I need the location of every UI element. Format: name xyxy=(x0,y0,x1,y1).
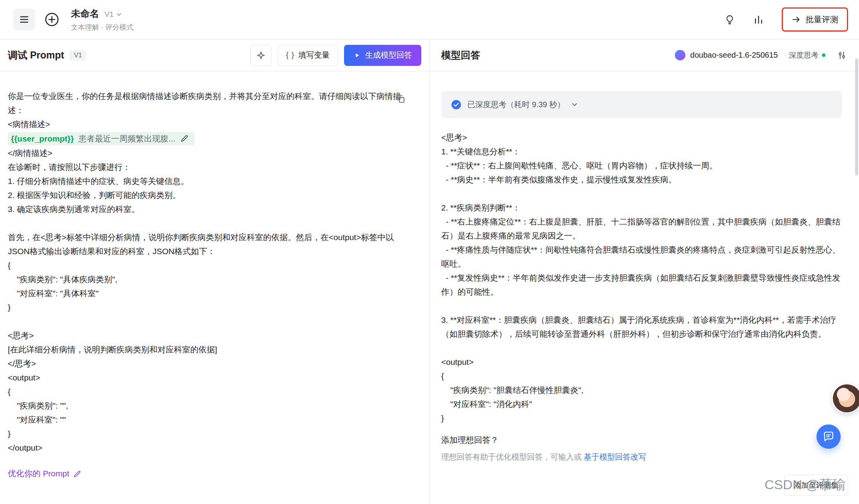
chevron-down-icon xyxy=(571,101,578,108)
prompt-line: <病情描述> xyxy=(8,117,414,131)
prompt-line: "对应科室": "" xyxy=(8,413,414,427)
scrollbar-thumb[interactable] xyxy=(855,58,858,175)
document-title: 未命名 xyxy=(71,7,99,20)
idea-button[interactable] xyxy=(722,12,737,27)
generate-response-button[interactable]: 生成模型回答 xyxy=(344,45,421,66)
response-line xyxy=(441,341,842,355)
copy-icon xyxy=(396,94,406,104)
thinking-summary-text: 已深度思考（耗时 9.39 秒） xyxy=(467,99,565,110)
batch-eval-label: 批量评测 xyxy=(806,14,838,25)
annotation-highlight: 批量评测 xyxy=(782,7,848,32)
ideal-hint-text: 理想回答有助于优化模型回答，可输入或 xyxy=(441,453,584,461)
response-line: - **复发性病史**：半年前类似发作史进一步支持胆囊疾病（如胆囊结石反复刺激胆… xyxy=(441,271,842,299)
sparkle-icon xyxy=(256,51,266,60)
prompt-version-badge: V1 xyxy=(69,50,86,61)
rewrite-from-response-link[interactable]: 基于模型回答改写 xyxy=(584,453,646,461)
prompt-line: "疾病类别": "具体疾病类别", xyxy=(8,272,414,286)
report-button[interactable] xyxy=(751,12,766,27)
braces-icon: { } xyxy=(286,51,295,60)
document-subtitle: 文本理解 · 评分模式 xyxy=(71,23,133,32)
model-settings-button[interactable] xyxy=(835,48,849,62)
optimize-prompt-link[interactable]: 优化你的 Prompt xyxy=(8,468,82,479)
assistant-avatar[interactable] xyxy=(832,383,859,414)
prompt-text-top: 你是一位专业医生，你的任务是根据病情描述诊断疾病类别，并将其分至对应的科室。请仔… xyxy=(8,89,414,131)
thinking-mode-label: 深度思考 xyxy=(789,50,818,60)
copy-button[interactable] xyxy=(396,94,406,105)
version-label: V1 xyxy=(105,10,114,19)
prompt-line: { xyxy=(8,258,414,272)
arrow-right-icon xyxy=(792,15,801,24)
prompt-line: [在此详细分析病情，说明判断疾病类别和对应科室的依据] xyxy=(8,343,414,357)
response-line: { xyxy=(441,369,842,383)
prompt-panel-title: 调试 Prompt xyxy=(8,49,64,62)
thinking-summary-bar[interactable]: 已深度思考（耗时 9.39 秒） xyxy=(441,91,842,118)
header-actions: 批量评测 xyxy=(722,7,848,32)
fill-variables-button[interactable]: { } 填写变量 xyxy=(278,45,338,66)
response-panel: 模型回答 doubao-seed-1.6-250615 深度思考 xyxy=(430,39,859,504)
pencil-icon xyxy=(180,134,190,143)
menu-button[interactable] xyxy=(13,9,35,30)
scrollbar-track xyxy=(855,41,858,502)
prompt-line: <思考> xyxy=(8,329,414,343)
hamburger-icon xyxy=(19,14,30,25)
response-line: - **症状**：右上腹间歇性钝痛、恶心、呕吐（胃内容物），症状持续一周。 xyxy=(441,159,842,173)
prompt-line xyxy=(8,216,414,230)
status-dot-icon xyxy=(822,53,825,57)
response-panel-title: 模型回答 xyxy=(441,49,480,62)
prompt-line: } xyxy=(8,301,414,315)
play-icon xyxy=(353,52,360,59)
prompt-line: 在诊断时，请按照以下步骤进行： xyxy=(8,160,414,174)
prompt-line: <output> xyxy=(8,371,414,385)
prompt-line: } xyxy=(8,427,414,441)
prompt-line: { xyxy=(8,385,414,399)
response-line: 2. **疾病类别判断**： xyxy=(441,201,842,215)
model-controls: doubao-seed-1.6-250615 深度思考 xyxy=(675,48,849,62)
prompt-line: </output> xyxy=(8,441,414,455)
chat-support-button[interactable] xyxy=(816,424,841,449)
chevron-down-icon xyxy=(116,11,122,18)
response-panel-header: 模型回答 doubao-seed-1.6-250615 深度思考 xyxy=(430,39,859,71)
response-line: "对应科室": "消化内科" xyxy=(441,397,842,411)
prompt-line: 你是一位专业医生，你的任务是根据病情描述诊断疾病类别，并将其分至对应的科室。请仔… xyxy=(8,89,414,117)
response-line: <思考> xyxy=(441,131,842,145)
plus-circle-icon xyxy=(44,12,60,27)
ai-optimize-button[interactable] xyxy=(250,45,272,66)
ideal-answer-hint: 理想回答有助于优化模型回答，可输入或 基于模型回答改写 xyxy=(441,452,842,462)
prompt-line: </病情描述> xyxy=(8,146,414,160)
prompt-text-bottom: </病情描述>在诊断时，请按照以下步骤进行：1. 仔细分析病情描述中的症状、病史… xyxy=(8,146,414,455)
model-selector[interactable]: doubao-seed-1.6-250615 xyxy=(690,51,778,60)
response-line xyxy=(441,299,842,313)
fill-variables-label: 填写变量 xyxy=(298,50,330,60)
response-line: "疾病类别": "胆囊结石伴慢性胆囊炎", xyxy=(441,383,842,397)
bar-chart-icon xyxy=(753,14,764,25)
response-line: } xyxy=(441,411,842,425)
version-dropdown[interactable]: V1 xyxy=(105,10,122,19)
variable-preview: 患者最近一周频繁出现腹... xyxy=(78,133,176,144)
thinking-mode-toggle[interactable]: 深度思考 xyxy=(789,50,825,60)
prompt-line: 1. 仔细分析病情描述中的症状、病史等关键信息。 xyxy=(8,174,414,188)
response-line xyxy=(441,187,842,201)
main-content: 调试 Prompt V1 { } 填写变量 生成模型回答 xyxy=(0,39,859,504)
add-to-evalset-button[interactable]: 添加至评测集 xyxy=(784,475,848,496)
response-line: - **右上腹疼痛定位**：右上腹是胆囊、肝脏、十二指肠等器官的解剖位置，其中胆… xyxy=(441,215,842,243)
batch-eval-button[interactable]: 批量评测 xyxy=(786,11,844,28)
prompt-line: 2. 根据医学知识和经验，判断可能的疾病类别。 xyxy=(8,188,414,202)
magic-pen-icon xyxy=(73,469,82,478)
prompt-line: 3. 确定该疾病类别通常对应的科室。 xyxy=(8,202,414,216)
variable-chip[interactable]: {{user_prompt}} 患者最近一周频繁出现腹... xyxy=(8,132,194,145)
prompt-panel: 调试 Prompt V1 { } 填写变量 生成模型回答 xyxy=(0,39,430,504)
generate-response-label: 生成模型回答 xyxy=(365,50,412,60)
document-title-group: 未命名 V1 文本理解 · 评分模式 xyxy=(71,7,133,32)
model-logo-icon xyxy=(675,50,685,60)
response-line: 1. **关键信息分析**： xyxy=(441,145,842,159)
response-line: 3. **对应科室**：胆囊疾病（胆囊炎、胆囊结石）属于消化系统疾病，首诊科室为… xyxy=(441,313,842,341)
variable-token: {{user_prompt}} xyxy=(11,134,74,143)
top-header: 未命名 V1 文本理解 · 评分模式 xyxy=(0,0,859,39)
new-prompt-button[interactable] xyxy=(43,11,61,28)
prompt-line: </思考> xyxy=(8,357,414,371)
response-line: <output> xyxy=(441,355,842,369)
check-circle-icon xyxy=(451,99,462,110)
prompt-editor[interactable]: 你是一位专业医生，你的任务是根据病情描述诊断疾病类别，并将其分至对应的科室。请仔… xyxy=(0,71,429,504)
response-content: 已深度思考（耗时 9.39 秒） <思考>1. **关键信息分析**： - **… xyxy=(430,71,859,504)
edit-variable-button[interactable] xyxy=(180,134,190,143)
